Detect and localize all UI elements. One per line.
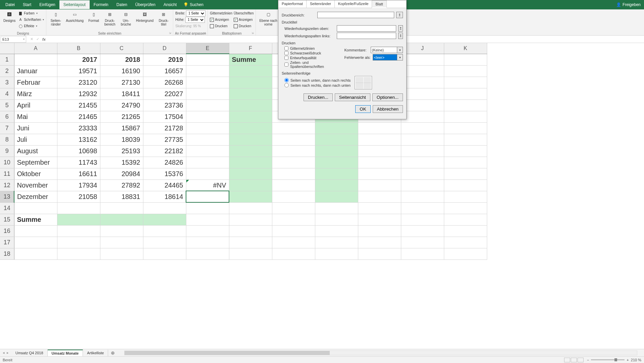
cell[interactable] (444, 214, 487, 225)
cell[interactable] (401, 157, 444, 168)
col-header[interactable]: B (57, 43, 100, 54)
cell[interactable] (358, 157, 401, 168)
cell[interactable] (315, 157, 358, 168)
col-header[interactable]: A (14, 43, 57, 54)
cell[interactable] (444, 179, 487, 191)
share-button[interactable]: 👤 Freigeben (613, 1, 644, 8)
cell[interactable] (444, 145, 487, 157)
sheet-nav[interactable]: ◂▸ (0, 351, 11, 355)
cell[interactable] (229, 225, 272, 237)
cell[interactable] (401, 122, 444, 134)
horizontal-scrollbar[interactable] (124, 351, 637, 355)
cell[interactable] (401, 191, 444, 202)
cell[interactable] (401, 54, 444, 65)
cell[interactable]: 21455 (57, 99, 100, 111)
cell[interactable] (14, 202, 57, 214)
cell[interactable] (229, 134, 272, 145)
cell[interactable] (229, 99, 272, 111)
cell[interactable] (444, 122, 487, 134)
cell[interactable] (444, 88, 487, 99)
cell[interactable] (444, 248, 487, 259)
colors-button[interactable]: ▇Farben▾ (18, 10, 44, 16)
cell[interactable]: Summe (229, 54, 272, 65)
cell[interactable] (358, 225, 401, 237)
row-header[interactable]: 5 (0, 99, 14, 111)
cell[interactable]: 21728 (143, 122, 186, 134)
fx-icon[interactable]: fx (42, 37, 46, 41)
row-header[interactable]: 9 (0, 145, 14, 157)
cell[interactable] (186, 88, 229, 99)
cell[interactable] (272, 179, 315, 191)
select-all-corner[interactable] (0, 43, 14, 54)
cell[interactable] (358, 191, 401, 202)
cell[interactable]: 23736 (143, 99, 186, 111)
effects-button[interactable]: ◯Effekte▾ (18, 23, 44, 29)
cell[interactable] (401, 111, 444, 122)
col-header[interactable]: E (186, 43, 229, 54)
bw-check[interactable]: Schwarzweißdruck (284, 51, 340, 55)
cell[interactable] (143, 248, 186, 259)
cell[interactable] (14, 54, 57, 65)
row-header[interactable]: 2 (0, 65, 14, 77)
cell[interactable]: 18411 (100, 88, 143, 99)
cell[interactable]: 2018 (100, 54, 143, 65)
row-header[interactable]: 16 (0, 225, 14, 237)
cell[interactable] (444, 77, 487, 88)
over-down-radio[interactable]: Seiten nach rechts, dann nach unten (284, 83, 351, 87)
cell[interactable]: 27735 (143, 134, 186, 145)
row-header[interactable]: 14 (0, 202, 14, 214)
page-setup-launcher[interactable]: ⇲ (169, 32, 172, 35)
cell[interactable] (444, 157, 487, 168)
cell[interactable] (186, 237, 229, 248)
bring-forward-button[interactable]: ▢Ebene nachvorne (258, 10, 278, 27)
print-area-picker[interactable]: ↥ (396, 12, 403, 18)
cell[interactable] (186, 65, 229, 77)
cell[interactable] (444, 111, 487, 122)
cols-repeat-input[interactable] (337, 33, 396, 39)
cell[interactable]: 20984 (100, 168, 143, 179)
cell[interactable] (229, 157, 272, 168)
cell[interactable] (57, 225, 100, 237)
cell[interactable] (57, 237, 100, 248)
search-label[interactable]: Suchen (190, 2, 203, 7)
width-select[interactable]: 1 Seite (186, 10, 205, 16)
cell[interactable] (186, 202, 229, 214)
col-header[interactable]: F (229, 43, 272, 54)
cell[interactable] (229, 179, 272, 191)
preview-button[interactable]: Seitenansicht (335, 93, 370, 101)
cell[interactable] (444, 54, 487, 65)
cell[interactable] (100, 214, 143, 225)
cell[interactable]: Oktober (14, 168, 57, 179)
cell[interactable]: 15376 (143, 168, 186, 179)
ribbon-tab-seitenlayout[interactable]: Seitenlayout (59, 0, 90, 9)
cell[interactable] (229, 88, 272, 99)
cell[interactable] (444, 202, 487, 214)
cell[interactable]: 10698 (57, 145, 100, 157)
cell[interactable]: November (14, 179, 57, 191)
dialog-tab[interactable]: Seitenränder (307, 0, 335, 8)
confirm-formula-icon[interactable]: ✓ (35, 37, 40, 41)
cell[interactable]: April (14, 99, 57, 111)
ribbon-tab-einfügen[interactable]: Einfügen (35, 0, 59, 9)
cell[interactable] (272, 237, 315, 248)
cell[interactable] (14, 225, 57, 237)
errors-combo[interactable]: <leer>▾ (373, 54, 403, 61)
draft-check[interactable]: Entwurfsqualität (284, 56, 340, 60)
col-header[interactable]: C (100, 43, 143, 54)
cell[interactable]: 18614 (143, 191, 186, 202)
cell[interactable] (143, 237, 186, 248)
cell[interactable] (229, 145, 272, 157)
cell[interactable] (143, 202, 186, 214)
cell[interactable] (272, 122, 315, 134)
cell[interactable] (315, 225, 358, 237)
cell[interactable]: 15392 (100, 157, 143, 168)
cell[interactable] (315, 237, 358, 248)
cell[interactable]: 22182 (143, 145, 186, 157)
cell[interactable]: 17934 (57, 179, 100, 191)
background-button[interactable]: 🖼Hintergrund (135, 10, 155, 23)
cell[interactable]: 16190 (100, 65, 143, 77)
gridlines-view-check[interactable]: ✓Anzeigen (210, 16, 232, 23)
cell[interactable]: 23333 (57, 122, 100, 134)
cell[interactable] (272, 248, 315, 259)
cell[interactable] (358, 134, 401, 145)
